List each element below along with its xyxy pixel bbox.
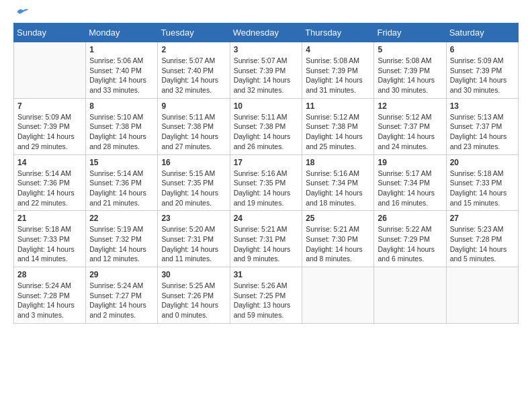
day-number: 19 [378, 158, 442, 167]
day-number: 2 [161, 45, 226, 54]
calendar-cell: 3Sunrise: 5:07 AMSunset: 7:39 PMDaylight… [230, 42, 302, 99]
day-number: 6 [450, 45, 515, 54]
day-info: Sunrise: 5:14 AMSunset: 7:36 PMDaylight:… [17, 169, 82, 208]
day-number: 11 [306, 101, 370, 111]
day-info: Sunrise: 5:09 AMSunset: 7:39 PMDaylight:… [450, 56, 515, 95]
calendar-cell: 22Sunrise: 5:19 AMSunset: 7:32 PMDayligh… [86, 211, 158, 267]
calendar-week-1: 1Sunrise: 5:06 AMSunset: 7:40 PMDaylight… [14, 42, 519, 99]
day-number: 20 [450, 158, 515, 167]
calendar-cell: 17Sunrise: 5:16 AMSunset: 7:35 PMDayligh… [230, 154, 302, 211]
day-header-sunday: Sunday [14, 24, 86, 42]
day-info: Sunrise: 5:21 AMSunset: 7:30 PMDaylight:… [306, 224, 370, 264]
day-number: 7 [17, 101, 82, 111]
day-info: Sunrise: 5:08 AMSunset: 7:39 PMDaylight:… [306, 56, 370, 95]
calendar-cell: 29Sunrise: 5:24 AMSunset: 7:27 PMDayligh… [86, 267, 158, 324]
day-info: Sunrise: 5:07 AMSunset: 7:39 PMDaylight:… [234, 56, 299, 95]
day-number: 14 [17, 158, 82, 167]
calendar-cell: 16Sunrise: 5:15 AMSunset: 7:35 PMDayligh… [158, 154, 230, 211]
day-info: Sunrise: 5:15 AMSunset: 7:35 PMDaylight:… [161, 169, 226, 208]
day-info: Sunrise: 5:22 AMSunset: 7:29 PMDaylight:… [378, 224, 442, 264]
day-number: 31 [234, 270, 299, 279]
calendar-cell: 19Sunrise: 5:17 AMSunset: 7:34 PMDayligh… [374, 154, 446, 211]
day-number: 4 [306, 45, 370, 54]
day-number: 10 [234, 101, 299, 111]
day-header-tuesday: Tuesday [158, 24, 230, 42]
day-info: Sunrise: 5:11 AMSunset: 7:38 PMDaylight:… [234, 112, 299, 152]
day-info: Sunrise: 5:24 AMSunset: 7:27 PMDaylight:… [89, 281, 154, 320]
calendar-cell: 27Sunrise: 5:23 AMSunset: 7:28 PMDayligh… [446, 211, 518, 267]
day-number: 8 [89, 101, 154, 111]
day-info: Sunrise: 5:17 AMSunset: 7:34 PMDaylight:… [378, 169, 442, 208]
calendar-week-4: 21Sunrise: 5:18 AMSunset: 7:33 PMDayligh… [14, 211, 519, 267]
calendar-table: SundayMondayTuesdayWednesdayThursdayFrid… [13, 23, 519, 324]
calendar-cell: 10Sunrise: 5:11 AMSunset: 7:38 PMDayligh… [230, 98, 302, 154]
calendar-week-5: 28Sunrise: 5:24 AMSunset: 7:28 PMDayligh… [14, 267, 519, 324]
day-info: Sunrise: 5:11 AMSunset: 7:38 PMDaylight:… [161, 112, 226, 152]
day-info: Sunrise: 5:13 AMSunset: 7:37 PMDaylight:… [450, 112, 515, 152]
calendar-week-3: 14Sunrise: 5:14 AMSunset: 7:36 PMDayligh… [14, 154, 519, 211]
logo-bird-icon [16, 7, 30, 17]
calendar-cell: 28Sunrise: 5:24 AMSunset: 7:28 PMDayligh… [14, 267, 86, 324]
header [13, 13, 519, 17]
day-number: 27 [450, 214, 515, 223]
day-number: 15 [89, 158, 154, 167]
calendar-cell: 14Sunrise: 5:14 AMSunset: 7:36 PMDayligh… [14, 154, 86, 211]
day-info: Sunrise: 5:20 AMSunset: 7:31 PMDaylight:… [161, 224, 226, 264]
day-number: 18 [306, 158, 370, 167]
day-number: 9 [161, 101, 226, 111]
calendar-cell: 24Sunrise: 5:21 AMSunset: 7:31 PMDayligh… [230, 211, 302, 267]
calendar-cell: 30Sunrise: 5:25 AMSunset: 7:26 PMDayligh… [158, 267, 230, 324]
day-number: 1 [89, 45, 154, 54]
calendar-cell: 15Sunrise: 5:14 AMSunset: 7:36 PMDayligh… [86, 154, 158, 211]
day-info: Sunrise: 5:19 AMSunset: 7:32 PMDaylight:… [89, 224, 154, 264]
day-info: Sunrise: 5:08 AMSunset: 7:39 PMDaylight:… [378, 56, 442, 95]
day-info: Sunrise: 5:12 AMSunset: 7:37 PMDaylight:… [378, 112, 442, 152]
day-header-wednesday: Wednesday [230, 24, 302, 42]
day-header-friday: Friday [374, 24, 446, 42]
day-info: Sunrise: 5:09 AMSunset: 7:39 PMDaylight:… [17, 112, 82, 152]
day-number: 17 [234, 158, 299, 167]
day-number: 16 [161, 158, 226, 167]
day-info: Sunrise: 5:14 AMSunset: 7:36 PMDaylight:… [89, 169, 154, 208]
day-header-thursday: Thursday [302, 24, 374, 42]
calendar-cell: 1Sunrise: 5:06 AMSunset: 7:40 PMDaylight… [86, 42, 158, 99]
calendar-cell: 31Sunrise: 5:26 AMSunset: 7:25 PMDayligh… [230, 267, 302, 324]
calendar-cell: 20Sunrise: 5:18 AMSunset: 7:33 PMDayligh… [446, 154, 518, 211]
day-info: Sunrise: 5:18 AMSunset: 7:33 PMDaylight:… [17, 224, 82, 264]
day-info: Sunrise: 5:16 AMSunset: 7:34 PMDaylight:… [306, 169, 370, 208]
day-info: Sunrise: 5:26 AMSunset: 7:25 PMDaylight:… [234, 281, 299, 320]
day-info: Sunrise: 5:24 AMSunset: 7:28 PMDaylight:… [17, 281, 82, 320]
calendar-cell: 25Sunrise: 5:21 AMSunset: 7:30 PMDayligh… [302, 211, 374, 267]
calendar-cell [14, 42, 86, 99]
calendar-cell: 12Sunrise: 5:12 AMSunset: 7:37 PMDayligh… [374, 98, 446, 154]
day-number: 5 [378, 45, 442, 54]
day-info: Sunrise: 5:16 AMSunset: 7:35 PMDaylight:… [234, 169, 299, 208]
calendar-cell: 5Sunrise: 5:08 AMSunset: 7:39 PMDaylight… [374, 42, 446, 99]
calendar-cell: 21Sunrise: 5:18 AMSunset: 7:33 PMDayligh… [14, 211, 86, 267]
day-info: Sunrise: 5:21 AMSunset: 7:31 PMDaylight:… [234, 224, 299, 264]
calendar-cell: 6Sunrise: 5:09 AMSunset: 7:39 PMDaylight… [446, 42, 518, 99]
calendar-cell: 13Sunrise: 5:13 AMSunset: 7:37 PMDayligh… [446, 98, 518, 154]
calendar-cell: 2Sunrise: 5:07 AMSunset: 7:40 PMDaylight… [158, 42, 230, 99]
day-info: Sunrise: 5:10 AMSunset: 7:38 PMDaylight:… [89, 112, 154, 152]
calendar-cell: 18Sunrise: 5:16 AMSunset: 7:34 PMDayligh… [302, 154, 374, 211]
logo [13, 13, 30, 17]
calendar-cell: 8Sunrise: 5:10 AMSunset: 7:38 PMDaylight… [86, 98, 158, 154]
calendar-cell [374, 267, 446, 324]
day-number: 13 [450, 101, 515, 111]
day-number: 25 [306, 214, 370, 223]
day-info: Sunrise: 5:23 AMSunset: 7:28 PMDaylight:… [450, 224, 515, 264]
calendar-cell: 11Sunrise: 5:12 AMSunset: 7:38 PMDayligh… [302, 98, 374, 154]
calendar-cell [302, 267, 374, 324]
day-number: 3 [234, 45, 299, 54]
day-number: 24 [234, 214, 299, 223]
day-number: 28 [17, 270, 82, 279]
day-number: 23 [161, 214, 226, 223]
day-header-saturday: Saturday [446, 24, 518, 42]
calendar-header-row: SundayMondayTuesdayWednesdayThursdayFrid… [14, 24, 519, 42]
day-number: 12 [378, 101, 442, 111]
day-number: 21 [17, 214, 82, 223]
calendar-cell: 26Sunrise: 5:22 AMSunset: 7:29 PMDayligh… [374, 211, 446, 267]
day-info: Sunrise: 5:12 AMSunset: 7:38 PMDaylight:… [306, 112, 370, 152]
day-number: 26 [378, 214, 442, 223]
